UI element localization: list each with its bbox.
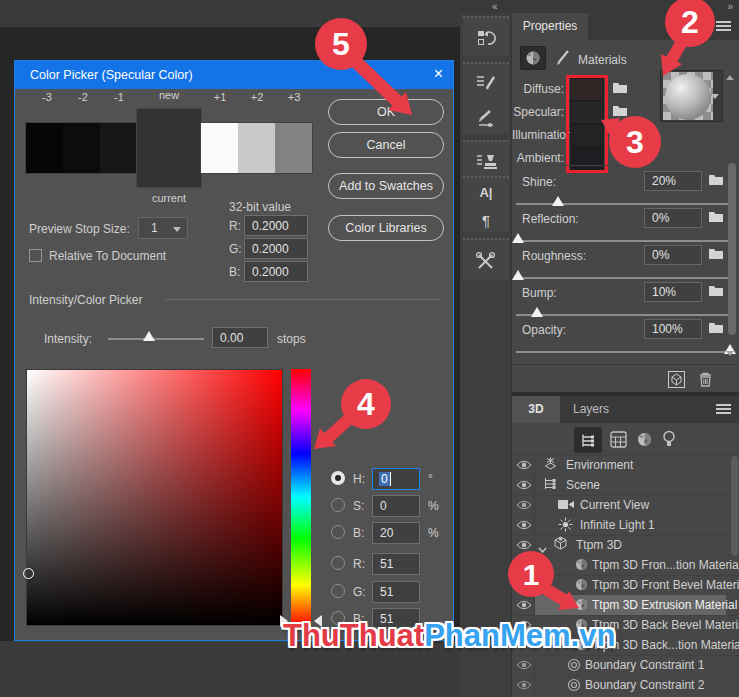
tab-3d[interactable]: 3D	[512, 396, 560, 423]
filter-materials-icon[interactable]	[636, 431, 653, 451]
opacity-slider-track[interactable]	[516, 351, 734, 353]
row-label[interactable]: Ttpm 3D Fron...tion Material	[592, 558, 739, 572]
filter-lights-icon[interactable]	[662, 430, 676, 451]
preview-stop-size-select[interactable]: 1	[138, 217, 188, 239]
shine-slider-track[interactable]	[516, 203, 734, 205]
h-radio[interactable]	[331, 471, 345, 485]
shine-texture-folder-icon[interactable]	[708, 173, 724, 189]
opacity-field[interactable]: 100%	[644, 319, 702, 339]
panel-menu-icon[interactable]	[716, 21, 731, 23]
roughness-slider-thumb[interactable]	[512, 270, 524, 280]
roughness-field[interactable]: 0%	[644, 245, 702, 265]
relative-to-document-checkbox[interactable]	[29, 249, 42, 262]
close-icon[interactable]: ×	[434, 65, 443, 83]
scroll-up-icon[interactable]	[726, 75, 734, 80]
delete-trash-icon[interactable]	[698, 371, 713, 391]
expander-chevron-icon[interactable]	[538, 542, 547, 556]
r2-radio[interactable]	[331, 556, 345, 570]
reflection-texture-folder-icon[interactable]	[708, 210, 724, 226]
diffuse-swatch[interactable]	[570, 78, 604, 101]
visibility-eye-icon[interactable]	[516, 499, 532, 513]
tab-properties[interactable]: Properties	[512, 13, 588, 40]
character-panel-icon[interactable]: A|	[463, 178, 509, 206]
paint-mode-button[interactable]	[554, 49, 572, 70]
intensity-slider-thumb[interactable]	[143, 331, 155, 341]
brush-presets-panel-icon[interactable]	[463, 64, 509, 100]
intensity-slider-track[interactable]	[108, 338, 204, 340]
illumination-texture-folder-icon[interactable]	[612, 127, 628, 143]
row-label[interactable]: Scene	[566, 478, 600, 492]
3d-scrollbar-thumb[interactable]	[731, 456, 738, 556]
roughness-texture-folder-icon[interactable]	[708, 247, 724, 263]
row-label[interactable]: Ttpm 3D	[576, 538, 622, 552]
shine-field[interactable]: 20%	[644, 171, 702, 191]
h-field[interactable]: 0	[372, 468, 420, 490]
b-radio[interactable]	[331, 525, 345, 539]
hue-strip[interactable]	[291, 369, 311, 626]
color-libraries-button[interactable]: Color Libraries	[328, 215, 444, 241]
visibility-eye-icon[interactable]	[516, 539, 532, 553]
materials-mode-button[interactable]	[520, 46, 546, 70]
row-label[interactable]: Ttpm 3D Extrusion Material	[592, 598, 737, 612]
row-label[interactable]: Infinite Light 1	[580, 518, 655, 532]
bit32-b-field[interactable]: 0.2000	[244, 261, 308, 282]
diffuse-texture-folder-icon[interactable]	[612, 81, 628, 97]
stop-swatches-negative[interactable]	[26, 123, 137, 173]
add-material-button[interactable]	[668, 371, 685, 391]
saturation-brightness-field[interactable]	[26, 369, 283, 626]
visibility-eye-icon[interactable]	[516, 479, 532, 493]
opacity-texture-folder-icon[interactable]	[708, 321, 724, 337]
bump-field[interactable]: 10%	[644, 282, 702, 302]
illumination-swatch[interactable]	[570, 124, 604, 147]
specular-swatch[interactable]	[570, 101, 604, 124]
s-radio[interactable]	[331, 498, 345, 512]
visibility-eye-icon[interactable]	[516, 519, 532, 533]
properties-scrollbar-thumb[interactable]	[728, 163, 736, 335]
visibility-eye-icon[interactable]	[516, 599, 532, 613]
filter-meshes-icon[interactable]	[610, 431, 627, 451]
material-preview-picker[interactable]	[660, 70, 723, 122]
history-panel-icon[interactable]	[463, 18, 509, 58]
stop-swatches-positive[interactable]	[201, 123, 312, 173]
r2-field[interactable]: 51	[372, 553, 420, 575]
g2-field[interactable]: 51	[372, 581, 420, 603]
visibility-eye-icon[interactable]	[516, 679, 532, 693]
bump-slider-track[interactable]	[516, 314, 734, 316]
paragraph-panel-icon[interactable]: ¶	[463, 206, 509, 234]
intensity-field[interactable]: 0.00	[212, 327, 268, 348]
dialog-titlebar[interactable]: Color Picker (Specular Color) ×	[15, 61, 453, 89]
tab-layers[interactable]: Layers	[560, 396, 622, 423]
collapse-panels-icon[interactable]: «	[492, 1, 498, 12]
bit32-r-field[interactable]: 0.2000	[244, 215, 308, 236]
bump-texture-folder-icon[interactable]	[708, 284, 724, 300]
cancel-button[interactable]: Cancel	[328, 132, 444, 158]
g2-radio[interactable]	[331, 584, 345, 598]
add-to-swatches-button[interactable]: Add to Swatches	[328, 173, 444, 199]
scroll-down-icon[interactable]	[726, 351, 734, 356]
specular-texture-folder-icon[interactable]	[612, 104, 628, 120]
filter-whole-scene-button[interactable]	[574, 427, 602, 453]
panel-menu-icon[interactable]	[716, 404, 731, 406]
visibility-eye-icon[interactable]	[516, 459, 532, 473]
expand-panels-icon[interactable]: »	[727, 1, 733, 12]
row-label[interactable]: Current View	[580, 498, 649, 512]
color-picker-ring[interactable]	[23, 568, 34, 579]
shine-slider-thumb[interactable]	[552, 196, 564, 206]
brush-settings-panel-icon[interactable]	[463, 100, 509, 136]
row-label[interactable]: Ttpm 3D Front Bevel Material	[592, 578, 739, 592]
ok-button[interactable]: OK	[328, 99, 444, 125]
reflection-slider-track[interactable]	[516, 240, 734, 242]
bump-slider-thumb[interactable]	[531, 307, 543, 317]
row-label[interactable]: Boundary Constraint 1	[585, 658, 704, 672]
row-label[interactable]: Boundary Constraint 2	[585, 678, 704, 692]
tool-presets-panel-icon[interactable]	[463, 240, 509, 282]
bit32-g-field[interactable]: 0.2000	[244, 238, 308, 259]
visibility-eye-icon[interactable]	[516, 659, 532, 673]
reflection-slider-thumb[interactable]	[512, 233, 524, 243]
new-current-swatch[interactable]	[137, 109, 201, 187]
roughness-slider-track[interactable]	[516, 277, 734, 279]
row-label[interactable]: Environment	[566, 458, 633, 472]
s-field[interactable]: 0	[372, 495, 420, 517]
ambient-swatch[interactable]	[570, 147, 604, 170]
reflection-field[interactable]: 0%	[644, 208, 702, 228]
